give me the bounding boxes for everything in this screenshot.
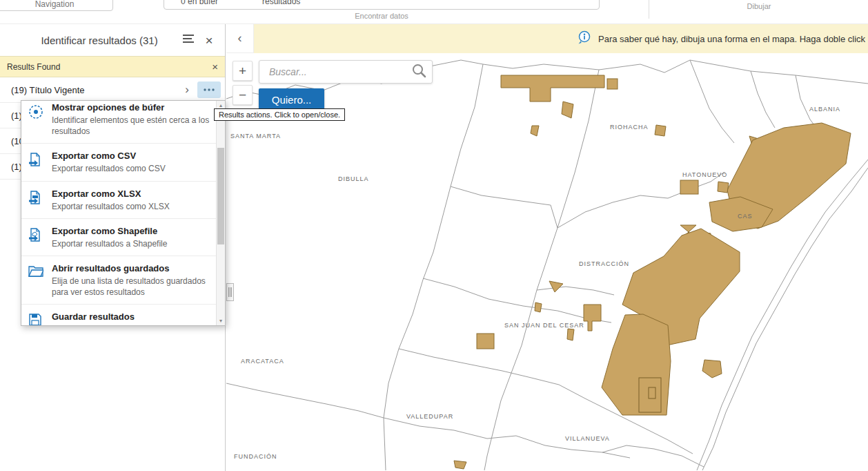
svg-text:SAN JUAN DEL CESAR: SAN JUAN DEL CESAR	[504, 322, 584, 329]
menu-item-title: Guardar resultados	[52, 311, 135, 322]
results-word-label: resultados	[262, 0, 300, 6]
svg-text:FUNDACIÓN: FUNDACIÓN	[234, 453, 277, 460]
scroll-down-icon[interactable]: ▾	[217, 318, 225, 324]
menu-item-description: Exportar resultados como XLSX	[52, 201, 170, 212]
chevron-left-icon: ‹	[238, 31, 242, 46]
buffer-icon	[28, 102, 45, 137]
zoom-in-button[interactable]: +	[233, 61, 253, 81]
svg-text:CAS: CAS	[738, 213, 753, 220]
admin-boundaries	[226, 60, 868, 470]
info-bubble-icon	[577, 30, 592, 47]
buffer-count-label: 0 en búfer	[181, 0, 218, 6]
scroll-up-icon[interactable]: ▴	[217, 102, 225, 108]
result-row-titulo-vigente[interactable]: (19) Título Vigente ›	[0, 77, 225, 103]
navigation-tab-label: Navigation	[35, 0, 75, 9]
menu-item-title: Exportar como Shapefile	[52, 226, 167, 236]
panel-resize-grip[interactable]	[226, 283, 234, 301]
close-icon: ×	[205, 34, 213, 47]
menu-item-description: Elija de una lista de resultados guardad…	[52, 276, 210, 298]
search-icon[interactable]	[411, 63, 426, 81]
panel-header: Identificar resultados (31) ×	[0, 24, 225, 56]
svg-text:DISTRACCIÓN: DISTRACCIÓN	[579, 260, 629, 267]
menu-items: Mostrar opciones de búfer Identificar el…	[21, 101, 216, 325]
svg-text:VILLANUEVA: VILLANUEVA	[565, 435, 610, 442]
results-actions-menu: Mostrar opciones de búfer Identificar el…	[21, 100, 226, 326]
menu-item-title: Exportar como CSV	[52, 151, 166, 161]
svg-text:RIOHACHA: RIOHACHA	[610, 124, 649, 131]
menu-item-description: Identificar elementos que estén cerca a …	[52, 115, 210, 137]
i-want-button[interactable]: Quiero...	[259, 88, 324, 110]
results-found-title: Results Found	[7, 62, 60, 72]
navigation-tab[interactable]: Navigation	[0, 0, 113, 11]
search-input[interactable]	[268, 66, 411, 78]
collapse-panel-button[interactable]: ‹	[226, 24, 254, 53]
export-csv-icon	[28, 151, 45, 174]
scrollbar-thumb[interactable]	[217, 148, 224, 244]
export-xlsx-icon	[28, 189, 45, 212]
open-folder-icon	[28, 263, 45, 298]
export-shapefile-icon	[28, 226, 45, 249]
ellipsis-icon	[203, 88, 215, 92]
menu-item-title: Abrir resultados guardados	[52, 263, 210, 273]
svg-text:VALLEDUPAR: VALLEDUPAR	[406, 413, 453, 420]
menu-item-title: Mostrar opciones de búfer	[52, 102, 210, 113]
results-actions-button[interactable]	[197, 81, 221, 98]
zoom-out-button[interactable]: −	[233, 85, 253, 105]
save-icon	[28, 311, 45, 325]
menu-item-buffer-options[interactable]: Mostrar opciones de búfer Identificar el…	[21, 101, 216, 144]
results-list-button[interactable]	[178, 30, 199, 50]
map-area[interactable]: SANTA MARTA RIOHACHA ALBANIA HATONUEVO D…	[226, 24, 868, 471]
panel-close-button[interactable]: ×	[199, 30, 219, 50]
find-data-label: Encontrar datos	[347, 12, 416, 20]
results-actions-tooltip: Results actions. Click to open/close.	[214, 108, 345, 121]
chevron-right-icon[interactable]: ›	[179, 83, 195, 97]
map-notification-text: Para saber qué hay, dibuja una forma en …	[598, 34, 865, 44]
menu-item-export-csv[interactable]: Exportar como CSV Exportar resultados co…	[21, 144, 216, 181]
results-found-close-button[interactable]: ×	[212, 61, 218, 73]
menu-item-export-shapefile[interactable]: Exportar como Shapefile Exportar resulta…	[21, 219, 216, 256]
menu-item-description: Exportar resultados a Shapefile	[52, 238, 167, 249]
list-icon	[183, 34, 194, 46]
result-row-label: (19) Título Vigente	[11, 85, 84, 95]
toolbar-divider	[649, 0, 649, 19]
svg-text:HATONUEVO: HATONUEVO	[682, 171, 727, 178]
svg-text:DIBULLA: DIBULLA	[338, 175, 369, 182]
menu-item-title: Exportar como XLSX	[52, 189, 170, 199]
menu-scrollbar[interactable]: ▴ ▾	[216, 101, 225, 325]
mining-title-polygons[interactable]	[454, 75, 851, 469]
panel-title: Identificar resultados (31)	[6, 35, 178, 46]
map-notification-bar: Para saber qué hay, dibuja una forma en …	[254, 24, 868, 53]
top-toolbar: Navigation 0 en búfer resultados Encontr…	[0, 0, 868, 24]
menu-item-open-saved-results[interactable]: Abrir resultados guardados Elija de una …	[21, 256, 216, 305]
draw-section-label: Dibujar	[737, 2, 781, 10]
menu-item-description: Exportar resultados como CSV	[52, 163, 166, 174]
menu-item-export-xlsx[interactable]: Exportar como XLSX Exportar resultados c…	[21, 182, 216, 219]
results-found-bar: Results Found ×	[0, 56, 225, 77]
buffer-results-group	[164, 0, 600, 10]
svg-text:ARACATACA: ARACATACA	[241, 358, 284, 365]
menu-item-save-results[interactable]: Guardar resultados	[21, 305, 216, 325]
svg-text:SANTA MARTA: SANTA MARTA	[230, 133, 281, 140]
map-search-box	[259, 60, 433, 84]
svg-text:ALBANIA: ALBANIA	[809, 106, 840, 113]
